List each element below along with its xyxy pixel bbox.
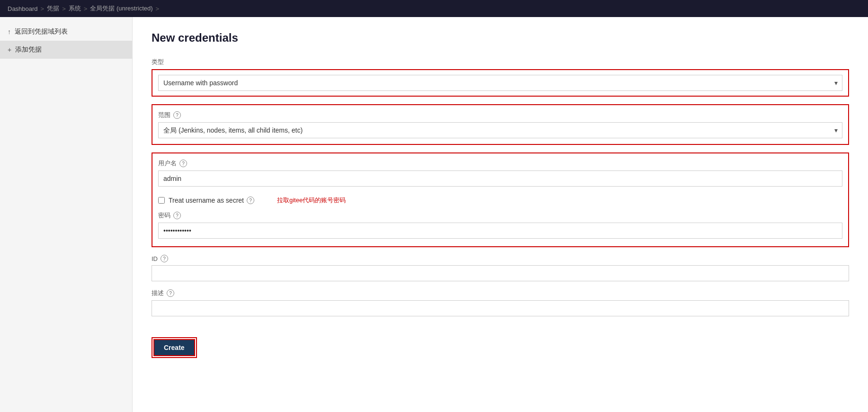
sidebar-item-add-credential[interactable]: + 添加凭据: [0, 41, 132, 59]
sep3: >: [84, 5, 88, 12]
type-box: Username with password: [152, 69, 849, 97]
sep2: >: [62, 5, 66, 12]
description-help-icon[interactable]: ?: [167, 289, 174, 297]
treat-username-label: Treat username as secret ?: [169, 197, 254, 204]
breadcrumb-credentials[interactable]: 凭据: [47, 4, 59, 13]
treat-username-row: Treat username as secret ? 拉取gitee代码的账号密…: [158, 196, 842, 205]
scope-select[interactable]: 全局 (Jenkins, nodes, items, all child ite…: [158, 122, 842, 138]
add-icon: +: [8, 46, 11, 54]
breadcrumb-system[interactable]: 系统: [69, 4, 81, 13]
id-input[interactable]: [152, 265, 849, 281]
description-input[interactable]: [152, 300, 849, 316]
type-section: 类型 Username with password: [152, 58, 849, 97]
username-password-section: 用户名 ? Treat username as secret ? 拉取gitee…: [152, 152, 849, 247]
type-select-wrapper: Username with password: [158, 75, 842, 91]
scope-select-wrapper: 全局 (Jenkins, nodes, items, all child ite…: [158, 122, 842, 138]
breadcrumb-global[interactable]: 全局凭据 (unrestricted): [90, 4, 152, 13]
sidebar-item-back[interactable]: ↑ 返回到凭据域列表: [0, 23, 132, 41]
breadcrumb-dashboard[interactable]: Dashboard: [8, 5, 38, 12]
description-label: 描述 ?: [152, 289, 849, 297]
username-label: 用户名 ?: [158, 159, 842, 168]
id-section: ID ?: [152, 255, 849, 281]
scope-help-icon[interactable]: ?: [173, 111, 181, 119]
type-select[interactable]: Username with password: [158, 75, 842, 91]
username-input[interactable]: [158, 170, 842, 187]
username-help-icon[interactable]: ?: [179, 160, 187, 167]
id-label: ID ?: [152, 255, 849, 262]
description-section: 描述 ?: [152, 289, 849, 316]
create-button-wrapper: Create: [152, 328, 849, 358]
create-button[interactable]: Create: [153, 339, 195, 356]
layout: ↑ 返回到凭据域列表 + 添加凭据 New credentials 类型 Use…: [0, 17, 868, 412]
top-nav: Dashboard > 凭据 > 系统 > 全局凭据 (unrestricted…: [0, 0, 868, 17]
treat-username-checkbox[interactable]: [158, 197, 165, 204]
page-title: New credentials: [152, 31, 849, 45]
scope-section: 范围 ? 全局 (Jenkins, nodes, items, all chil…: [152, 104, 849, 145]
annotation-text: 拉取gitee代码的账号密码: [277, 196, 346, 205]
password-input[interactable]: [158, 223, 842, 239]
treat-username-help-icon[interactable]: ?: [247, 197, 254, 204]
sidebar-back-label: 返回到凭据域列表: [15, 27, 68, 36]
scope-label: 范围 ?: [158, 111, 842, 119]
sep4: >: [156, 5, 160, 12]
id-help-icon[interactable]: ?: [161, 255, 168, 262]
password-label: 密码 ?: [158, 211, 842, 220]
main-content: New credentials 类型 Username with passwor…: [133, 17, 868, 412]
breadcrumb: Dashboard > 凭据 > 系统 > 全局凭据 (unrestricted…: [8, 4, 159, 13]
back-icon: ↑: [8, 28, 11, 36]
password-help-icon[interactable]: ?: [173, 212, 181, 219]
sidebar-add-label: 添加凭据: [15, 45, 42, 54]
sep1: >: [41, 5, 45, 12]
sidebar: ↑ 返回到凭据域列表 + 添加凭据: [0, 17, 133, 412]
type-label: 类型: [152, 58, 849, 66]
create-button-box: Create: [152, 337, 197, 358]
